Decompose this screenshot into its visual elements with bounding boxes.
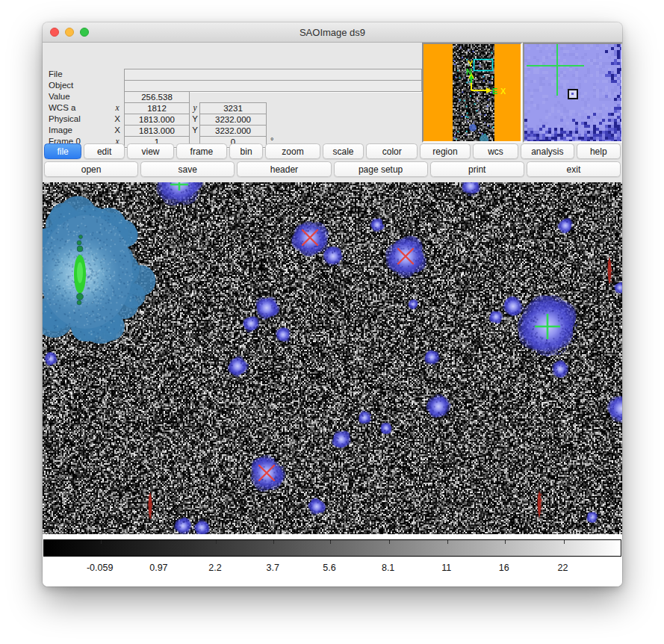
colorbar-tick-label: -0.059 (78, 563, 122, 573)
physical-x-label: X (112, 114, 122, 123)
colorbar-tick-label: 11 (424, 563, 469, 573)
magnifier[interactable] (523, 43, 622, 143)
colorbar-gradient[interactable] (43, 539, 621, 557)
image-y-field[interactable] (199, 125, 267, 137)
image-label: Image (49, 126, 72, 134)
menu-view[interactable]: view (127, 143, 174, 159)
menu-file[interactable]: file (44, 143, 81, 159)
colorbar-tick-label: 22 (541, 563, 586, 573)
magnifier-canvas[interactable] (524, 44, 621, 141)
close-button[interactable] (50, 28, 59, 37)
colorbar-tick-label: 0.97 (136, 563, 181, 573)
menu-help[interactable]: help (577, 143, 621, 159)
colorbar-tick (273, 540, 274, 544)
menu-bin[interactable]: bin (229, 143, 264, 159)
file-label: File (49, 69, 63, 78)
open-button[interactable]: open (44, 161, 138, 177)
wcs-y-label: y (190, 103, 200, 112)
object-label: Object (49, 81, 73, 90)
wcs-x-field[interactable] (124, 102, 190, 114)
titlebar[interactable]: SAOImage ds9 (43, 22, 622, 43)
colorbar-tick (389, 540, 390, 544)
physical-x-field[interactable] (124, 114, 190, 126)
image-x-label: X (112, 126, 122, 134)
print-button[interactable]: print (430, 161, 524, 177)
wcs-x-label: x (112, 103, 122, 112)
colorbar-tick (564, 540, 565, 544)
menu-wcs[interactable]: wcs (473, 143, 518, 159)
window-title: SAOImage ds9 (300, 27, 365, 38)
menu-edit[interactable]: edit (84, 143, 125, 159)
traffic-lights (50, 28, 89, 37)
menu-color[interactable]: color (366, 143, 418, 159)
colorbar-tick (505, 540, 506, 544)
page-setup-button[interactable]: page setup (334, 161, 428, 177)
header-button[interactable]: header (237, 161, 331, 177)
object-field[interactable] (124, 80, 422, 92)
colorbar-tick (159, 540, 160, 544)
menu-analysis[interactable]: analysis (521, 143, 574, 159)
colorbar-tick (101, 540, 102, 544)
colorbar-tick-label: 8.1 (366, 563, 411, 573)
value-label: Value (49, 92, 70, 101)
save-button[interactable]: save (140, 161, 235, 177)
exit-button[interactable]: exit (527, 161, 621, 177)
colorbar-tick-label: 16 (482, 563, 527, 573)
colorbar-tick-label: 2.2 (193, 563, 238, 573)
file-submenu-bar: open save header page setup print exit (44, 161, 621, 177)
ds9-window: SAOImage ds9 File Object Value WCS a x y… (43, 22, 622, 586)
colorbar-tick-label: 3.7 (250, 563, 295, 573)
wcs-label: WCS a (49, 103, 75, 112)
menu-zoom[interactable]: zoom (265, 143, 320, 159)
minimize-button[interactable] (65, 28, 74, 37)
physical-y-label: Y (190, 114, 200, 123)
panner-canvas[interactable] (423, 44, 521, 141)
image-x-field[interactable] (124, 125, 190, 137)
colorbar-tick (447, 540, 448, 544)
menu-frame[interactable]: frame (176, 143, 227, 159)
menu-scale[interactable]: scale (323, 143, 364, 159)
physical-label: Physical (49, 114, 81, 123)
value-field[interactable] (124, 91, 190, 103)
colorbar-tick (216, 540, 217, 544)
colorbar-tick-label: 5.6 (307, 563, 352, 573)
sky-image-canvas[interactable] (43, 182, 622, 534)
file-field[interactable] (124, 69, 422, 81)
menu-region[interactable]: region (420, 143, 471, 159)
colorbar-panel: -0.059 0.97 2.2 3.7 5.6 8.1 11 16 22 (43, 534, 622, 586)
colorbar-tick (330, 540, 331, 544)
menu-bar: file edit view frame bin zoom scale colo… (44, 143, 621, 159)
physical-y-field[interactable] (199, 114, 267, 126)
image-y-label: Y (190, 126, 200, 134)
wcs-y-field[interactable] (199, 102, 267, 114)
panner[interactable] (422, 43, 522, 143)
zoom-button[interactable] (80, 28, 89, 37)
